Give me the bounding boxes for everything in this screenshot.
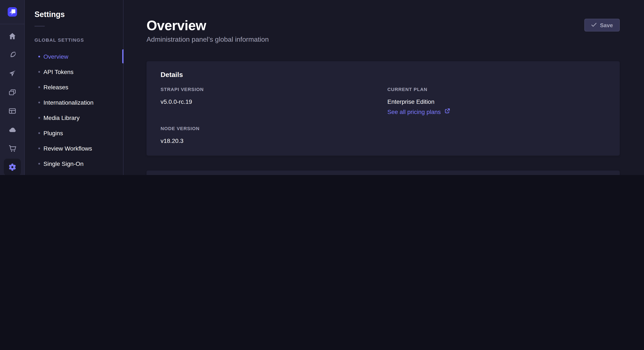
nav-content-type-builder-button[interactable] <box>4 65 21 82</box>
bullet-dot <box>38 102 40 103</box>
details-card-title: Details <box>160 71 606 79</box>
home-icon <box>8 32 16 40</box>
page-subtitle: Administration panel’s global informatio… <box>146 35 620 44</box>
node-version-value: v18.20.3 <box>160 137 379 145</box>
settings-subnav: Settings GLOBAL SETTINGS Overview API To… <box>25 0 124 175</box>
bullet-dot <box>38 148 40 149</box>
gear-icon <box>8 163 17 172</box>
sidebar-item-plugins[interactable]: Plugins <box>25 126 123 141</box>
strapi-version-label: STRAPI VERSION <box>160 87 379 92</box>
sidebar-item-single-sign-on[interactable]: Single Sign-On <box>25 156 123 172</box>
bullet-dot <box>38 86 40 88</box>
nav-deploy-button[interactable] <box>4 121 21 138</box>
rail-divider <box>0 24 25 24</box>
main-nav-rail: KD <box>0 0 25 175</box>
bullet-dot <box>38 71 40 73</box>
strapi-version-value: v5.0.0-rc.19 <box>160 98 379 105</box>
details-card: Details STRAPI VERSION v5.0.0-rc.19 CURR… <box>146 61 620 156</box>
strapi-version-field: STRAPI VERSION v5.0.0-rc.19 <box>160 87 379 116</box>
nav-marketplace-button[interactable] <box>4 140 21 157</box>
section-global-settings: GLOBAL SETTINGS <box>34 37 123 43</box>
sidebar-item-api-tokens[interactable]: API Tokens <box>25 64 123 80</box>
cloud-icon <box>8 126 16 134</box>
current-plan-label: CURRENT PLAN <box>388 87 606 92</box>
strapi-logo-icon <box>8 7 17 16</box>
paper-plane-icon <box>8 69 16 78</box>
main-content: Overview Administration panel’s global i… <box>124 0 644 175</box>
sidebar-item-review-workflows[interactable]: Review Workflows <box>25 141 123 156</box>
nav-releases-button[interactable] <box>4 103 21 120</box>
pricing-plans-link[interactable]: See all pricing plans <box>388 108 450 116</box>
subnav-title-rule <box>34 26 45 26</box>
check-icon <box>591 22 596 28</box>
bullet-dot <box>38 163 40 165</box>
save-button[interactable]: Save <box>584 19 620 31</box>
nav-home-button[interactable] <box>4 28 21 45</box>
strapi-logo[interactable] <box>8 7 17 16</box>
sidebar-item-releases[interactable]: Releases <box>25 80 123 95</box>
current-plan-value: Enterprise Edition <box>388 98 606 105</box>
sidebar-item-media-library[interactable]: Media Library <box>25 110 123 126</box>
node-version-label: NODE VERSION <box>160 126 379 131</box>
strapi-admin-app: KD Settings GLOBAL SETTINGS Overview API… <box>0 0 644 175</box>
shopping-cart-icon <box>8 144 16 153</box>
nav-media-library-button[interactable] <box>4 84 21 101</box>
layout-card-icon <box>8 107 16 115</box>
sidebar-item-transfer-tokens[interactable]: Transfer Tokens <box>25 172 123 175</box>
sidebar-item-overview[interactable]: Overview <box>25 49 123 64</box>
bullet-dot <box>38 132 40 134</box>
page-title: Overview <box>146 17 620 34</box>
external-link-icon <box>444 108 450 116</box>
nav-settings-button[interactable] <box>4 159 21 175</box>
nav-content-manager-button[interactable] <box>4 46 21 63</box>
pictures-icon <box>8 88 16 97</box>
subnav-title: Settings <box>25 0 123 19</box>
current-plan-field: CURRENT PLAN Enterprise Edition See all … <box>388 87 606 116</box>
sidebar-item-internationalization[interactable]: Internationalization <box>25 95 123 110</box>
bullet-dot <box>38 117 40 119</box>
customization-card: Customization Max dimension: 750×750, Ma… <box>146 171 620 175</box>
bullet-dot <box>38 56 40 57</box>
node-version-field: NODE VERSION v18.20.3 <box>160 126 379 145</box>
feather-icon <box>8 51 16 59</box>
